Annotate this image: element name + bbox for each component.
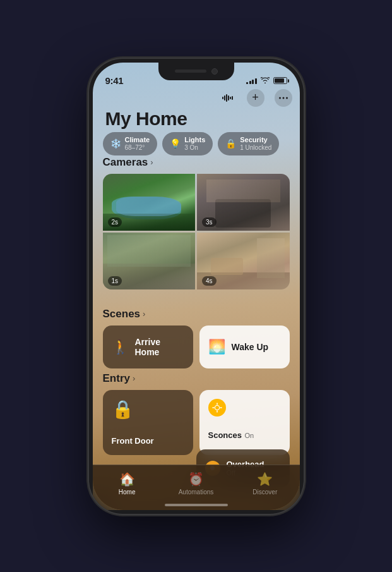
climate-label: Climate [125,136,150,144]
sconces-label: Sconces [208,430,242,440]
home-tab-label: Home [119,489,136,496]
home-indicator [165,504,228,506]
camera-2[interactable]: 3s [197,174,290,231]
speaker [175,70,206,73]
more-button[interactable] [275,89,292,107]
svg-rect-0 [222,97,223,99]
camera-3-timer: 1s [108,276,122,286]
status-time: 9:41 [105,75,124,86]
sconces-card[interactable]: Sconces On [199,390,290,455]
tab-automations[interactable]: ⏰ Automations [162,470,230,496]
add-button[interactable]: + [247,89,264,107]
climate-pill-text: Climate 68–72° [125,136,150,152]
entry-arrow: › [133,374,135,383]
entry-section-header[interactable]: Entry › [103,372,290,385]
cameras-title: Cameras [103,156,148,169]
svg-rect-1 [224,95,225,100]
entry-title: Entry [103,372,130,385]
front-door-label: Front Door [112,436,154,446]
svg-point-10 [215,406,219,410]
waveform-button[interactable] [219,89,237,107]
scenes-section-header[interactable]: Scenes › [103,308,290,320]
front-door-icon: 🔒 [112,399,184,420]
arrive-home-card[interactable]: 🚶 Arrive Home [103,326,193,368]
scene-cards: 🚶 Arrive Home 🌅 Wake Up [103,326,290,368]
cameras-arrow: › [150,157,153,167]
camera-1[interactable]: 2s [103,174,196,231]
front-camera [211,68,218,75]
home-tab-icon: 🏠 [119,472,135,487]
svg-rect-4 [230,97,231,99]
svg-rect-5 [232,96,233,100]
scenes-title: Scenes [103,308,141,320]
tab-home[interactable]: 🏠 Home [93,470,162,496]
climate-icon: ❄️ [110,138,121,149]
arrive-home-label: Arrive Home [135,337,184,357]
battery-icon [273,77,287,84]
lights-pill-text: Lights 3 On [184,136,205,152]
camera-3[interactable]: 1s [103,233,196,289]
security-icon: 🔒 [225,138,236,149]
signal-bar-3 [252,80,254,84]
discover-tab-icon: ⭐ [257,472,273,487]
svg-point-6 [279,97,281,99]
wake-up-label: Wake Up [232,342,269,352]
status-icons [246,76,287,85]
discover-tab-label: Discover [252,489,277,496]
svg-point-8 [286,97,288,99]
sconces-icon [208,399,226,417]
signal-bar-1 [246,82,248,84]
phone-frame: 9:41 [89,59,304,514]
camera-4-timer: 4s [202,276,217,286]
notch [158,63,234,80]
security-pill-text: Security 1 Unlocked [240,136,271,152]
camera-1-timer: 2s [108,217,122,227]
svg-rect-3 [228,95,229,100]
security-sublabel: 1 Unlocked [240,144,271,152]
main-content: My Home ❄️ Climate 68–72° 💡 Lights 3 On [93,63,300,510]
sconces-sublabel: On [244,432,254,439]
wake-up-icon: 🌅 [208,339,225,355]
tab-discover[interactable]: ⭐ Discover [230,470,299,496]
wake-up-card[interactable]: 🌅 Wake Up [199,326,290,368]
svg-point-7 [282,97,284,99]
page-title: My Home [105,108,187,130]
security-label: Security [240,136,271,144]
scenes-section: Scenes › 🚶 Arrive Home 🌅 Wake Up [103,308,290,368]
security-pill[interactable]: 🔒 Security 1 Unlocked [218,132,279,155]
lights-pill[interactable]: 💡 Lights 3 On [162,132,213,155]
scenes-arrow: › [143,309,145,319]
signal-bar-2 [249,81,251,84]
entry-cards: 🔒 Front Door [103,390,290,455]
arrive-home-icon: 🚶 [112,339,129,355]
automations-tab-icon: ⏰ [188,472,204,487]
climate-pill[interactable]: ❄️ Climate 68–72° [103,132,158,155]
battery-fill [275,78,284,83]
automations-tab-label: Automations [179,489,214,496]
camera-grid: 2s 3s [103,174,290,289]
screen: 9:41 [93,63,300,510]
category-pills: ❄️ Climate 68–72° 💡 Lights 3 On 🔒 [103,132,280,155]
cameras-section-header[interactable]: Cameras › [103,156,290,169]
entry-section: Entry › 🔒 Front Door [103,372,290,455]
cameras-section: Cameras › 2s [103,156,290,289]
toolbar: + [219,89,292,107]
signal-bar-4 [255,78,257,84]
camera-2-timer: 3s [202,217,217,227]
lights-icon: 💡 [170,138,181,149]
signal-bars [246,77,257,84]
climate-sublabel: 68–72° [125,144,150,152]
lights-sublabel: 3 On [184,144,205,152]
svg-rect-2 [226,94,227,102]
front-door-card[interactable]: 🔒 Front Door [103,390,193,455]
wifi-icon [261,76,270,85]
lights-label: Lights [184,136,205,144]
camera-4[interactable]: 4s [197,233,290,289]
